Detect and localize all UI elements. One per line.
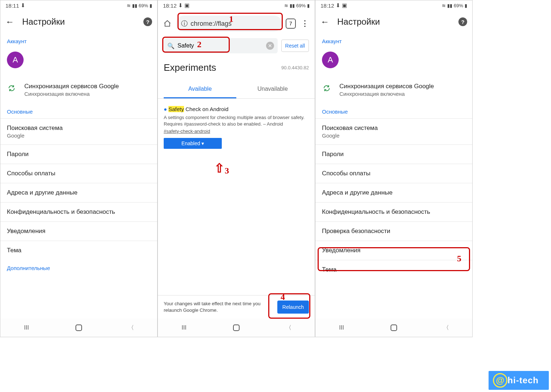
watermark: hi-tech — [489, 371, 549, 390]
settings-header: ← Настройки ? — [0, 11, 157, 33]
sync-subtitle: Синхронизация включена — [24, 91, 151, 97]
avatar-row[interactable]: А — [315, 48, 472, 78]
item-privacy[interactable]: Конфиденциальность и безопасность — [0, 202, 157, 221]
back-icon[interactable]: ← — [5, 17, 14, 27]
svg-rect-1 — [233, 325, 239, 331]
section-basic: Основные — [315, 103, 472, 118]
browser-toolbar: ⓘ chrome://flags 7 ⋮ — [158, 11, 315, 37]
home-icon[interactable] — [162, 19, 172, 29]
signal-icon: ▮▮ — [290, 3, 295, 8]
android-nav-bar: III 〈 — [0, 319, 157, 337]
svg-rect-0 — [76, 325, 82, 331]
status-bar: 18:12 ⬇ ▣ ≋ ▮▮ 69% ▮ — [315, 0, 472, 11]
relaunch-bar: Your changes will take effect the next t… — [158, 295, 315, 319]
recent-apps-button[interactable]: III — [179, 322, 189, 333]
status-time: 18:11 — [5, 3, 19, 9]
battery-icon: ▮ — [465, 3, 467, 8]
phone-settings-before: 18:11 ⬇ ≋ ▮▮ 69% ▮ ← Настройки ? Аккаунт… — [0, 0, 158, 337]
android-nav-bar: III 〈 — [315, 319, 472, 337]
url-text: chrome://flags — [191, 20, 232, 28]
sync-title: Синхронизация сервисов Google — [24, 83, 151, 90]
sync-row[interactable]: Синхронизация сервисов Google Синхрониза… — [315, 78, 472, 103]
search-icon: 🔍 — [167, 42, 175, 49]
phone-settings-after: 18:12 ⬇ ▣ ≋ ▮▮ 69% ▮ ← Настройки ? Аккау… — [315, 0, 473, 337]
battery-percent: 69% — [454, 3, 463, 8]
flags-search-input[interactable]: 🔍 Safety ✕ — [164, 38, 278, 53]
item-notifications[interactable]: Уведомления — [0, 221, 157, 241]
item-payment[interactable]: Способы оплаты — [315, 164, 472, 183]
item-theme[interactable]: Тема — [0, 241, 157, 260]
item-theme[interactable]: Тема — [315, 260, 472, 279]
item-search-engine[interactable]: Поисковая система Google — [315, 118, 472, 144]
screenshot-icon: ▣ — [342, 2, 347, 9]
avatar-row[interactable]: А — [0, 48, 157, 78]
info-icon: ⓘ — [181, 19, 188, 28]
sync-row[interactable]: Синхронизация сервисов Google Синхрониза… — [0, 78, 157, 103]
menu-icon[interactable]: ⋮ — [299, 19, 310, 28]
sync-icon — [7, 83, 16, 93]
clear-icon[interactable]: ✕ — [266, 42, 274, 50]
avatar: А — [7, 52, 24, 68]
section-account: Аккаунт — [0, 33, 157, 48]
sync-subtitle: Синхронизация включена — [339, 91, 466, 97]
wifi-icon: ≋ — [284, 3, 288, 8]
home-button[interactable] — [73, 322, 84, 333]
back-icon[interactable]: ← — [321, 17, 329, 27]
chevron-down-icon: ▾ — [201, 140, 204, 146]
experiments-heading: Experiments — [164, 62, 216, 73]
android-nav-bar: III 〈 — [158, 319, 315, 337]
item-search-engine[interactable]: Поисковая система Google — [0, 118, 157, 144]
wifi-icon: ≋ — [442, 3, 446, 8]
download-icon: ⬇ — [336, 2, 340, 9]
status-bar: 18:12 ⬇ ▣ ≋ ▮▮ 69% ▮ — [158, 0, 315, 11]
status-time: 18:12 — [321, 3, 334, 9]
page-title: Настройки — [22, 17, 135, 27]
download-icon: ⬇ — [178, 2, 183, 9]
section-additional: Дополнительные — [0, 260, 157, 275]
relaunch-text: Your changes will take effect the next t… — [164, 301, 274, 313]
page-title: Настройки — [337, 17, 450, 27]
tab-switcher[interactable]: 7 — [286, 19, 296, 29]
back-button[interactable]: 〈 — [126, 322, 136, 333]
section-basic: Основные — [0, 103, 157, 118]
signal-icon: ▮▮ — [132, 3, 137, 8]
item-payment[interactable]: Способы оплаты — [0, 164, 157, 183]
sync-icon — [322, 83, 331, 93]
item-passwords[interactable]: Пароли — [315, 144, 472, 164]
annotation-number-3: 3 — [225, 166, 229, 176]
help-icon[interactable]: ? — [458, 17, 467, 26]
item-safety-check[interactable]: Проверка безопасности — [315, 221, 472, 241]
search-value: Safety — [177, 42, 263, 49]
relaunch-button[interactable]: Relaunch — [277, 301, 309, 314]
download-icon: ⬇ — [21, 2, 25, 9]
flag-safety-check: Safety Check on Android A settings compo… — [158, 99, 315, 152]
home-button[interactable] — [388, 322, 399, 333]
settings-header: ← Настройки ? — [315, 11, 472, 33]
flag-anchor[interactable]: #safety-check-android — [164, 128, 210, 134]
item-addresses[interactable]: Адреса и другие данные — [0, 183, 157, 202]
recent-apps-button[interactable]: III — [336, 322, 347, 333]
status-time: 18:12 — [163, 3, 177, 9]
back-button[interactable]: 〈 — [441, 322, 452, 333]
item-addresses[interactable]: Адреса и другие данные — [315, 183, 472, 202]
flags-search-row: 🔍 Safety ✕ Reset all — [158, 37, 315, 58]
item-notifications[interactable]: Уведомления — [315, 241, 472, 260]
flag-state-select[interactable]: Enabled ▾ — [164, 138, 222, 149]
sync-title: Синхронизация сервисов Google — [339, 83, 466, 90]
flag-title: Safety Check on Android — [164, 106, 309, 112]
tab-unavailable[interactable]: Unavailable — [236, 81, 309, 98]
battery-icon: ▮ — [307, 3, 310, 8]
recent-apps-button[interactable]: III — [21, 322, 32, 333]
screenshot-icon: ▣ — [184, 2, 189, 9]
item-passwords[interactable]: Пароли — [0, 144, 157, 164]
battery-percent: 69% — [296, 3, 306, 8]
item-privacy[interactable]: Конфиденциальность и безопасность — [315, 202, 472, 221]
home-button[interactable] — [231, 322, 242, 333]
signal-icon: ▮▮ — [447, 3, 452, 8]
help-icon[interactable]: ? — [143, 17, 152, 26]
url-bar[interactable]: ⓘ chrome://flags — [176, 16, 282, 32]
tab-available[interactable]: Available — [164, 81, 236, 98]
flags-tabs: Available Unavailable — [158, 81, 315, 99]
back-button[interactable]: 〈 — [283, 322, 294, 333]
reset-all-button[interactable]: Reset all — [281, 40, 309, 52]
